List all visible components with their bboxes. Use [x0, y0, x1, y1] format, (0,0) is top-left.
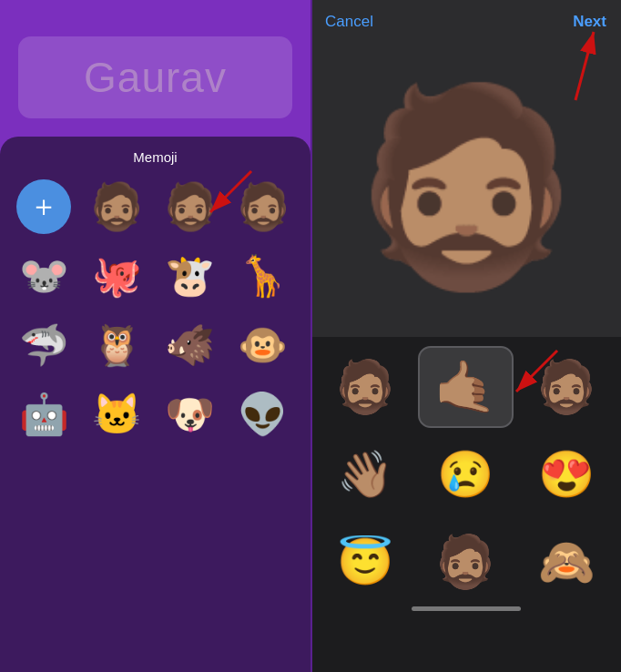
list-item[interactable]: 🧔🏽 — [86, 176, 148, 238]
list-item[interactable]: 🐶 — [159, 383, 221, 445]
list-item[interactable]: 🤙🏽 — [418, 346, 513, 428]
memoji-preview-area: Cancel Next 🧔🏽 — [310, 0, 621, 337]
list-item[interactable]: 🐮 — [159, 245, 221, 307]
left-panel: Gaurav Memoji ＋ 🧔🏽 🧔🏽 🧔🏽 🐭 🐙 🐮 🦒 🦈 — [0, 0, 310, 672]
list-item[interactable]: 👽 — [232, 383, 294, 445]
list-item[interactable]: 🐱 — [86, 383, 148, 445]
list-item[interactable]: 🐙 — [86, 245, 148, 307]
list-item[interactable]: 🦒 — [232, 245, 294, 307]
list-item[interactable]: 🤖 — [13, 383, 75, 445]
contact-name: Gaurav — [84, 53, 227, 102]
list-item[interactable]: 😢 — [418, 433, 513, 515]
right-panel: Cancel Next 🧔🏽 🧔🏽 🤙🏽 — [310, 0, 621, 672]
memoji-label: Memoji — [9, 149, 301, 165]
list-item[interactable]: 🐭 — [13, 245, 75, 307]
emoji-panel: Memoji ＋ 🧔🏽 🧔🏽 🧔🏽 🐭 🐙 🐮 🦒 🦈 🦉 🐗 — [0, 137, 310, 672]
list-item[interactable]: 🦈 — [13, 314, 75, 376]
sticker-grid-area: 🧔🏽 🤙🏽 🧔🏽 👋🏽 😢 😍 😇 🧔🏽 🙈 — [310, 337, 621, 672]
list-item[interactable]: 🧔🏽 — [418, 521, 513, 603]
list-item[interactable]: 🧔🏽 — [318, 346, 412, 428]
list-item[interactable]: 😇 — [318, 521, 412, 603]
cancel-button[interactable]: Cancel — [325, 13, 373, 31]
add-memoji-button[interactable]: ＋ — [13, 176, 75, 238]
large-memoji-preview: 🧔🏽 — [347, 91, 585, 282]
next-button[interactable]: Next — [573, 13, 606, 31]
list-item[interactable]: 🙈 — [519, 521, 614, 603]
panel-divider — [310, 0, 312, 672]
list-item[interactable]: 😍 — [519, 433, 614, 515]
list-item[interactable]: 🦉 — [86, 314, 148, 376]
emoji-grid: ＋ 🧔🏽 🧔🏽 🧔🏽 🐭 🐙 🐮 🦒 🦈 🦉 🐗 🐵 🤖 🐱 🐶 👽 — [9, 176, 301, 445]
home-indicator — [412, 606, 521, 611]
list-item[interactable]: 🐗 — [159, 314, 221, 376]
name-container: Gaurav — [18, 36, 292, 118]
list-item[interactable]: 🧔🏽 — [159, 176, 221, 238]
sticker-grid: 🧔🏽 🤙🏽 🧔🏽 👋🏽 😢 😍 😇 🧔🏽 🙈 — [318, 346, 614, 603]
add-icon[interactable]: ＋ — [16, 179, 71, 234]
list-item[interactable]: 🐵 — [232, 314, 294, 376]
list-item[interactable]: 🧔🏽 — [519, 346, 614, 428]
list-item[interactable]: 👋🏽 — [318, 433, 412, 515]
list-item[interactable]: 🧔🏽 — [232, 176, 294, 238]
